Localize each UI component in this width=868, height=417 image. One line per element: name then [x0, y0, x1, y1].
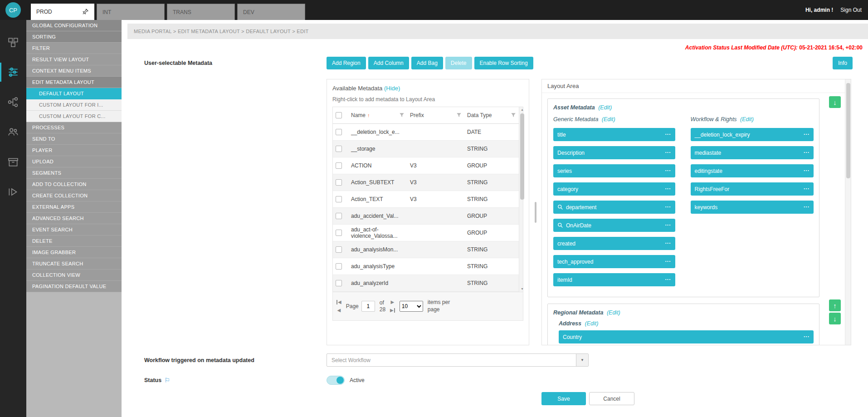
add-column-button[interactable]: Add Column — [368, 57, 409, 69]
filter-icon[interactable] — [399, 113, 405, 118]
table-row[interactable]: __storage STRING — [333, 140, 519, 157]
add-bag-button[interactable]: Add Bag — [411, 57, 443, 69]
tab-prod[interactable]: PROD — [31, 4, 94, 20]
metadata-field-pill[interactable]: category ... — [553, 182, 675, 196]
metadata-field-pill[interactable]: mediastate ... — [691, 146, 814, 159]
pill-menu-icon[interactable]: ... — [804, 335, 809, 339]
pill-menu-icon[interactable]: ... — [665, 242, 671, 245]
layout-area-scrollbar[interactable] — [845, 79, 851, 345]
next-page-button[interactable]: ▶ — [391, 300, 395, 304]
move-section-down-button[interactable]: ↓ — [829, 96, 841, 108]
table-row[interactable]: ACTION V3 GROUP — [333, 157, 519, 174]
rail-item-users[interactable] — [0, 123, 26, 142]
rail-item-workflows[interactable] — [0, 93, 26, 112]
sidebar-item-context-menu-items[interactable]: CONTEXT MENU ITEMS — [26, 65, 122, 77]
sidebar-item-add-to-collection[interactable]: ADD TO COLLECTION — [26, 179, 122, 190]
move-section-down-button[interactable]: ↓ — [829, 313, 841, 324]
sidebar-item-custom-layout-c[interactable]: CUSTOM LAYOUT FOR C... — [26, 111, 122, 122]
sidebar-item-truncate-search[interactable]: TRUNCATE SEARCH — [26, 258, 122, 270]
sidebar-item-player[interactable]: PLAYER — [26, 145, 122, 156]
sidebar-item-processes[interactable]: PROCESSES — [26, 122, 122, 133]
pill-menu-icon[interactable]: ... — [665, 151, 671, 154]
cancel-button[interactable]: Cancel — [589, 392, 634, 405]
enable-row-sorting-button[interactable]: Enable Row Sorting — [474, 57, 533, 69]
pill-menu-icon[interactable]: ... — [665, 206, 671, 209]
sidebar-item-collection-view[interactable]: COLLECTION VIEW — [26, 270, 122, 281]
sidebar-item-image-grabber[interactable]: IMAGE GRABBER — [26, 247, 122, 258]
metadata-field-pill[interactable]: __deletion_lock_expiry ... — [691, 128, 814, 141]
column-header-data-type[interactable]: Data Type — [467, 112, 492, 118]
workflow-rights-edit-link[interactable]: (Edit) — [740, 116, 754, 123]
pill-menu-icon[interactable]: ... — [804, 187, 809, 191]
sidebar-item-custom-layout-i[interactable]: CUSTOM LAYOUT FOR I... — [26, 99, 122, 111]
row-checkbox[interactable] — [336, 213, 342, 219]
address-edit-link[interactable]: (Edit) — [585, 320, 599, 327]
sidebar-item-upload[interactable]: UPLOAD — [26, 156, 122, 167]
rail-item-assets[interactable] — [0, 33, 26, 52]
workflow-select[interactable]: Select Workflow ▼ — [327, 353, 589, 367]
table-row[interactable]: adu_analyzerId STRING — [333, 275, 519, 291]
page-size-select[interactable]: 10 — [400, 301, 423, 312]
table-scrollbar[interactable]: ▲ ▼ — [519, 107, 523, 292]
metadata-field-pill[interactable]: Country ... — [559, 330, 814, 343]
table-row[interactable]: adu_act-of-violence_Valossa... GROUP — [333, 224, 519, 241]
sidebar-item-filter[interactable]: FILTER — [26, 43, 122, 54]
add-region-button[interactable]: Add Region — [327, 57, 366, 69]
row-checkbox[interactable] — [336, 162, 342, 169]
row-checkbox[interactable] — [336, 246, 342, 253]
row-checkbox[interactable] — [336, 196, 342, 202]
sidebar-item-edit-metadata-layout[interactable]: EDIT METADATA LAYOUT — [26, 77, 122, 88]
pill-menu-icon[interactable]: ... — [665, 260, 671, 263]
rail-item-storage[interactable] — [0, 152, 26, 172]
chevron-down-icon[interactable]: ▼ — [576, 354, 588, 366]
metadata-field-pill[interactable]: keywords ... — [691, 201, 814, 214]
row-checkbox[interactable] — [336, 230, 342, 236]
sidebar-item-result-view-layout[interactable]: RESULT VIEW LAYOUT — [26, 54, 122, 65]
metadata-field-pill[interactable]: editingstate ... — [691, 164, 814, 177]
hide-link[interactable]: (Hide) — [384, 85, 400, 92]
sidebar-item-event-search[interactable]: EVENT SEARCH — [26, 224, 122, 235]
splitter-grip-icon[interactable] — [535, 202, 536, 223]
sidebar-item-advanced-search[interactable]: ADVANCED SEARCH — [26, 213, 122, 224]
pill-menu-icon[interactable]: ... — [665, 224, 671, 227]
tab-trans[interactable]: TRANS — [167, 4, 235, 20]
page-number-input[interactable] — [361, 301, 375, 312]
sidebar-item-send-to[interactable]: SEND TO — [26, 133, 122, 145]
delete-button[interactable]: Delete — [445, 57, 472, 69]
filter-icon[interactable] — [456, 113, 462, 118]
row-checkbox[interactable] — [336, 129, 342, 135]
sidebar-item-sorting[interactable]: SORTING — [26, 31, 122, 43]
sidebar-item-delete[interactable]: DELETE — [26, 235, 122, 247]
pill-menu-icon[interactable]: ... — [804, 151, 809, 154]
panel-splitter[interactable] — [529, 79, 541, 345]
metadata-field-pill[interactable]: Description ... — [553, 146, 675, 159]
table-row[interactable]: adu_analysisType STRING — [333, 258, 519, 275]
column-header-name[interactable]: Name — [351, 112, 366, 118]
table-row[interactable]: adu_analysisMon... STRING — [333, 241, 519, 258]
sidebar-item-external-apps[interactable]: EXTERNAL APPS — [26, 201, 122, 213]
regional-metadata-edit-link[interactable]: (Edit) — [607, 309, 620, 316]
scroll-up-icon[interactable]: ▲ — [519, 107, 525, 113]
tab-int[interactable]: INT — [97, 4, 165, 20]
pill-menu-icon[interactable]: ... — [804, 206, 809, 209]
sidebar-item-segments[interactable]: SEGMENTS — [26, 167, 122, 179]
row-checkbox[interactable] — [336, 280, 342, 286]
metadata-field-pill[interactable]: title ... — [553, 128, 675, 141]
sidebar-item-global-configuration[interactable]: GLOBAL CONFIGURATION — [26, 20, 122, 31]
move-section-up-button[interactable]: ↑ — [829, 299, 841, 311]
sidebar-item-pagination-default-value[interactable]: PAGINATION DEFAULT VALUE — [26, 281, 122, 292]
pill-menu-icon[interactable]: ... — [665, 133, 671, 136]
sidebar-item-default-layout[interactable]: DEFAULT LAYOUT — [26, 88, 122, 99]
info-button[interactable]: Info — [833, 57, 853, 69]
generic-metadata-edit-link[interactable]: (Edit) — [602, 116, 615, 123]
tab-dev[interactable]: DEV — [237, 4, 305, 20]
metadata-field-pill[interactable]: created ... — [553, 237, 675, 250]
scrollbar-thumb[interactable] — [520, 113, 524, 200]
pill-menu-icon[interactable]: ... — [665, 278, 671, 281]
rail-item-player[interactable] — [0, 182, 26, 201]
save-button[interactable]: Save — [541, 392, 586, 405]
metadata-field-pill[interactable]: itemId ... — [553, 273, 675, 286]
app-logo[interactable]: CP — [5, 2, 21, 18]
metadata-field-pill[interactable]: departement ... — [553, 201, 675, 214]
pill-menu-icon[interactable]: ... — [804, 133, 809, 136]
